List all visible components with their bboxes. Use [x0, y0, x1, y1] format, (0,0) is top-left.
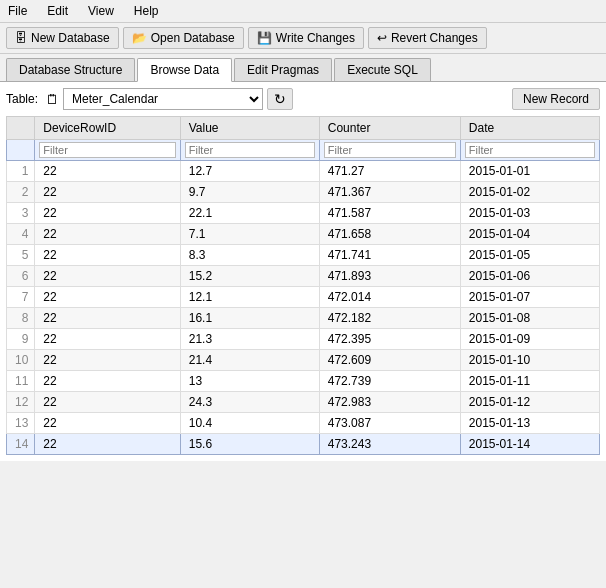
revert-changes-icon: ↩	[377, 31, 387, 45]
filter-date-input[interactable]	[465, 142, 595, 158]
cell-value: 15.2	[180, 266, 319, 287]
cell-device: 22	[35, 245, 180, 266]
cell-value: 7.1	[180, 224, 319, 245]
new-database-button[interactable]: 🗄 New Database	[6, 27, 119, 49]
table-row[interactable]: 132210.4473.0872015-01-13	[7, 413, 600, 434]
cell-value: 15.6	[180, 434, 319, 455]
table-row[interactable]: 4227.1471.6582015-01-04	[7, 224, 600, 245]
cell-value: 16.1	[180, 308, 319, 329]
filter-devicerowid[interactable]	[35, 140, 180, 161]
cell-date: 2015-01-03	[460, 203, 599, 224]
write-changes-button[interactable]: 💾 Write Changes	[248, 27, 364, 49]
cell-device: 22	[35, 434, 180, 455]
data-table: DeviceRowID Value Counter Date 12212.747…	[6, 116, 600, 455]
table-row[interactable]: 2229.7471.3672015-01-02	[7, 182, 600, 203]
menu-file[interactable]: File	[4, 2, 31, 20]
col-header-value: Value	[180, 117, 319, 140]
cell-device: 22	[35, 413, 180, 434]
cell-date: 2015-01-10	[460, 350, 599, 371]
table-row[interactable]: 12212.7471.272015-01-01	[7, 161, 600, 182]
cell-value: 12.1	[180, 287, 319, 308]
row-number: 7	[7, 287, 35, 308]
cell-device: 22	[35, 287, 180, 308]
cell-value: 24.3	[180, 392, 319, 413]
filter-value-input[interactable]	[185, 142, 315, 158]
cell-counter: 471.658	[319, 224, 460, 245]
col-header-date: Date	[460, 117, 599, 140]
row-number: 13	[7, 413, 35, 434]
filter-devicerowid-input[interactable]	[39, 142, 175, 158]
cell-date: 2015-01-07	[460, 287, 599, 308]
new-database-label: New Database	[31, 31, 110, 45]
open-database-button[interactable]: 📂 Open Database	[123, 27, 244, 49]
cell-date: 2015-01-05	[460, 245, 599, 266]
cell-device: 22	[35, 182, 180, 203]
cell-counter: 472.182	[319, 308, 460, 329]
table-row[interactable]: 72212.1472.0142015-01-07	[7, 287, 600, 308]
cell-date: 2015-01-02	[460, 182, 599, 203]
row-number: 4	[7, 224, 35, 245]
table-row[interactable]: 112213472.7392015-01-11	[7, 371, 600, 392]
menu-help[interactable]: Help	[130, 2, 163, 20]
table-selector[interactable]: Meter_Calendar	[63, 88, 263, 110]
cell-value: 21.3	[180, 329, 319, 350]
table-select-wrap: Table: 🗒 Meter_Calendar ↻	[6, 88, 293, 110]
cell-value: 21.4	[180, 350, 319, 371]
cell-counter: 472.395	[319, 329, 460, 350]
table-row[interactable]: 82216.1472.1822015-01-08	[7, 308, 600, 329]
cell-value: 13	[180, 371, 319, 392]
write-changes-label: Write Changes	[276, 31, 355, 45]
tab-execute-sql[interactable]: Execute SQL	[334, 58, 431, 81]
table-row[interactable]: 62215.2471.8932015-01-06	[7, 266, 600, 287]
cell-date: 2015-01-06	[460, 266, 599, 287]
cell-value: 9.7	[180, 182, 319, 203]
cell-device: 22	[35, 392, 180, 413]
filter-counter-input[interactable]	[324, 142, 456, 158]
cell-date: 2015-01-09	[460, 329, 599, 350]
menu-view[interactable]: View	[84, 2, 118, 20]
row-number: 8	[7, 308, 35, 329]
cell-value: 8.3	[180, 245, 319, 266]
cell-counter: 473.087	[319, 413, 460, 434]
cell-date: 2015-01-12	[460, 392, 599, 413]
cell-counter: 472.739	[319, 371, 460, 392]
toolbar: 🗄 New Database 📂 Open Database 💾 Write C…	[0, 23, 606, 54]
tab-edit-pragmas[interactable]: Edit Pragmas	[234, 58, 332, 81]
table-row[interactable]: 122224.3472.9832015-01-12	[7, 392, 600, 413]
cell-counter: 472.983	[319, 392, 460, 413]
revert-changes-button[interactable]: ↩ Revert Changes	[368, 27, 487, 49]
tab-database-structure[interactable]: Database Structure	[6, 58, 135, 81]
tab-bar: Database Structure Browse Data Edit Prag…	[0, 54, 606, 82]
table-row[interactable]: 142215.6473.2432015-01-14	[7, 434, 600, 455]
cell-device: 22	[35, 203, 180, 224]
cell-counter: 471.741	[319, 245, 460, 266]
cell-counter: 471.367	[319, 182, 460, 203]
cell-device: 22	[35, 371, 180, 392]
filter-row-num	[7, 140, 35, 161]
filter-date[interactable]	[460, 140, 599, 161]
cell-date: 2015-01-04	[460, 224, 599, 245]
menu-edit[interactable]: Edit	[43, 2, 72, 20]
cell-value: 10.4	[180, 413, 319, 434]
filter-counter[interactable]	[319, 140, 460, 161]
open-database-icon: 📂	[132, 31, 147, 45]
refresh-button[interactable]: ↻	[267, 88, 293, 110]
tab-browse-data[interactable]: Browse Data	[137, 58, 232, 82]
cell-device: 22	[35, 350, 180, 371]
table-icon: 🗒	[46, 92, 59, 107]
row-number: 10	[7, 350, 35, 371]
table-row[interactable]: 102221.4472.6092015-01-10	[7, 350, 600, 371]
table-row[interactable]: 32222.1471.5872015-01-03	[7, 203, 600, 224]
cell-device: 22	[35, 329, 180, 350]
table-row[interactable]: 5228.3471.7412015-01-05	[7, 245, 600, 266]
row-number: 14	[7, 434, 35, 455]
new-record-button[interactable]: New Record	[512, 88, 600, 110]
filter-value[interactable]	[180, 140, 319, 161]
table-row[interactable]: 92221.3472.3952015-01-09	[7, 329, 600, 350]
cell-counter: 472.609	[319, 350, 460, 371]
cell-device: 22	[35, 161, 180, 182]
cell-device: 22	[35, 224, 180, 245]
row-number: 12	[7, 392, 35, 413]
row-number: 5	[7, 245, 35, 266]
main-content: Table: 🗒 Meter_Calendar ↻ New Record Dev…	[0, 82, 606, 461]
